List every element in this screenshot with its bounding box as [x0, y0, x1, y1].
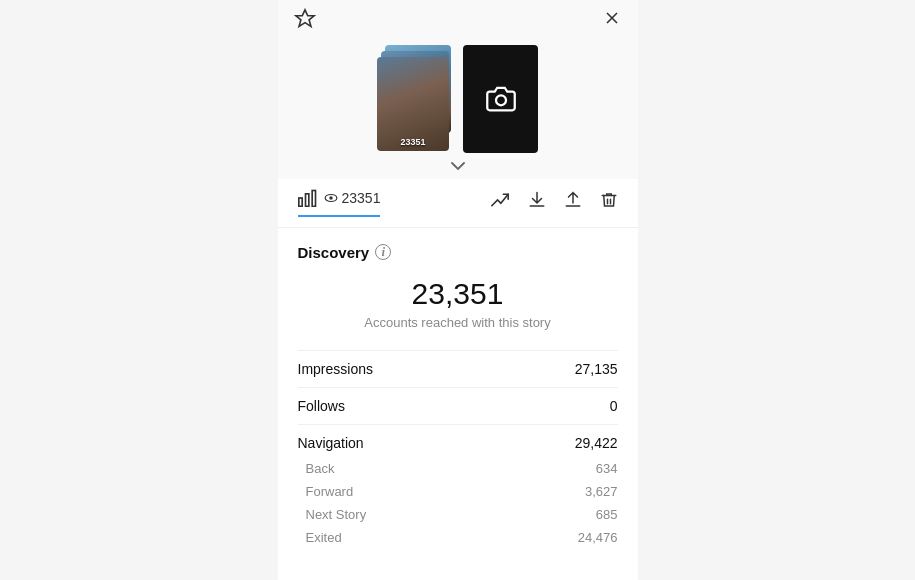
bar-chart-icon: [298, 189, 318, 207]
insights-content: Discovery i 23,351 Accounts reached with…: [278, 228, 638, 565]
forward-label: Forward: [298, 484, 354, 499]
insights-toolbar: 23351: [278, 179, 638, 228]
back-label: Back: [298, 461, 335, 476]
discovery-section-title: Discovery i: [298, 244, 618, 261]
delete-icon[interactable]: [600, 190, 618, 215]
camera-tile[interactable]: [463, 45, 538, 153]
download-icon[interactable]: [528, 190, 546, 215]
follows-value: 0: [610, 398, 618, 414]
impressions-label: Impressions: [298, 361, 373, 377]
toolbar-actions: [490, 190, 618, 215]
navigation-header-row: Navigation 29,422: [298, 435, 618, 457]
impressions-row: Impressions 27,135: [298, 350, 618, 387]
forward-row: Forward 3,627: [298, 480, 618, 503]
follows-row: Follows 0: [298, 387, 618, 424]
exited-row: Exited 24,476: [298, 526, 618, 549]
accounts-reached-label: Accounts reached with this story: [298, 315, 618, 330]
next-story-value: 685: [596, 507, 618, 522]
impressions-value: 27,135: [575, 361, 618, 377]
navigation-block: Navigation 29,422 Back 634 Forward 3,627…: [298, 424, 618, 549]
exited-label: Exited: [298, 530, 342, 545]
follows-label: Follows: [298, 398, 345, 414]
story-preview-container: 23351: [361, 43, 554, 153]
close-icon[interactable]: [602, 8, 622, 31]
svg-rect-6: [312, 190, 315, 206]
back-row: Back 634: [298, 457, 618, 480]
story-preview-area: 23351: [278, 33, 638, 153]
discovery-label: Discovery: [298, 244, 370, 261]
forward-value: 3,627: [585, 484, 618, 499]
share-icon[interactable]: [564, 190, 582, 215]
navigation-sub-stats: Back 634 Forward 3,627 Next Story 685 Ex…: [298, 457, 618, 549]
svg-marker-0: [295, 9, 313, 26]
thumbnail-label: 23351: [377, 137, 449, 147]
info-icon[interactable]: i: [375, 244, 391, 260]
accounts-reached-number: 23,351: [298, 277, 618, 311]
next-story-row: Next Story 685: [298, 503, 618, 526]
svg-point-3: [496, 95, 506, 105]
navigation-value: 29,422: [575, 435, 618, 451]
next-story-label: Next Story: [298, 507, 367, 522]
back-value: 634: [596, 461, 618, 476]
arrow-indicator: [278, 153, 638, 179]
svg-rect-5: [305, 193, 308, 206]
exited-value: 24,476: [578, 530, 618, 545]
navigation-label: Navigation: [298, 435, 364, 451]
story-thumbnail-stack[interactable]: 23351: [377, 43, 459, 153]
camera-icon: [486, 84, 516, 114]
view-count: 23351: [324, 190, 381, 206]
stats-tab[interactable]: 23351: [298, 189, 381, 217]
svg-point-8: [329, 196, 333, 200]
modal-top-bar: [278, 0, 638, 33]
trending-icon[interactable]: [490, 191, 510, 214]
view-count-value: 23351: [342, 190, 381, 206]
svg-rect-4: [298, 198, 301, 206]
insights-modal: 23351: [278, 0, 638, 580]
settings-icon[interactable]: [294, 8, 316, 33]
eye-icon: [324, 193, 338, 203]
